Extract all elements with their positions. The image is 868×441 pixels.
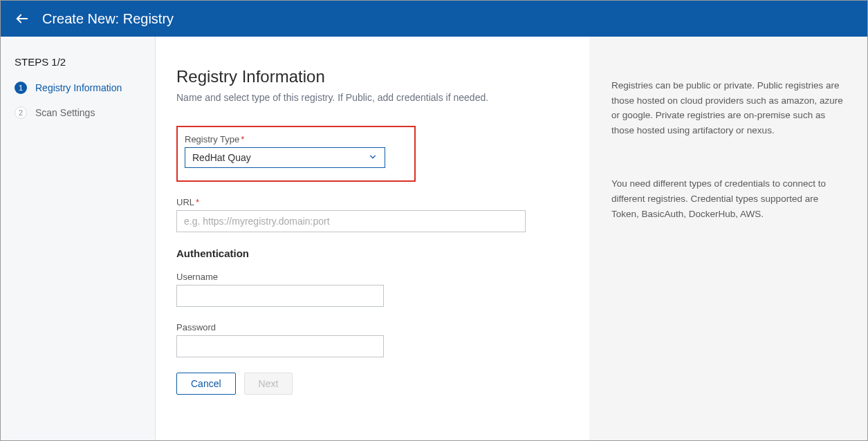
- password-label: Password: [176, 322, 550, 332]
- step-number-icon: 1: [15, 82, 27, 94]
- steps-sidebar: STEPS 1/2 1 Registry Information 2 Scan …: [1, 37, 156, 440]
- info-paragraph-1: Registries can be public or private. Pub…: [611, 78, 845, 138]
- registry-type-highlight: Registry Type* RedHat Quay: [176, 126, 416, 182]
- step-registry-information[interactable]: 1 Registry Information: [15, 82, 141, 94]
- required-marker: *: [196, 197, 199, 207]
- info-paragraph-2: You need different types of credentials …: [611, 176, 845, 221]
- step-label: Registry Information: [35, 82, 122, 93]
- info-panel: Registries can be public or private. Pub…: [589, 37, 867, 440]
- required-marker: *: [241, 134, 244, 144]
- main-form: Registry Information Name and select typ…: [156, 37, 589, 440]
- step-label: Scan Settings: [35, 107, 95, 118]
- url-label: URL*: [176, 197, 550, 207]
- steps-counter: STEPS 1/2: [15, 56, 141, 68]
- username-input[interactable]: [176, 285, 384, 307]
- url-input[interactable]: [176, 210, 526, 232]
- back-arrow-icon[interactable]: [15, 11, 30, 26]
- chevron-down-icon: [368, 152, 378, 164]
- cancel-button[interactable]: Cancel: [176, 373, 236, 395]
- registry-type-value: RedHat Quay: [192, 152, 368, 163]
- password-input[interactable]: [176, 335, 384, 357]
- registry-type-label: Registry Type*: [185, 134, 407, 144]
- page-header: Create New: Registry: [1, 1, 867, 37]
- step-number-icon: 2: [15, 106, 27, 119]
- authentication-heading: Authentication: [176, 247, 550, 259]
- form-title: Registry Information: [176, 67, 550, 86]
- username-label: Username: [176, 272, 550, 282]
- page-title: Create New: Registry: [42, 11, 174, 27]
- registry-type-select[interactable]: RedHat Quay: [185, 147, 385, 168]
- step-scan-settings[interactable]: 2 Scan Settings: [15, 106, 141, 119]
- form-subtitle: Name and select type of this registry. I…: [176, 91, 508, 105]
- next-button: Next: [244, 373, 293, 395]
